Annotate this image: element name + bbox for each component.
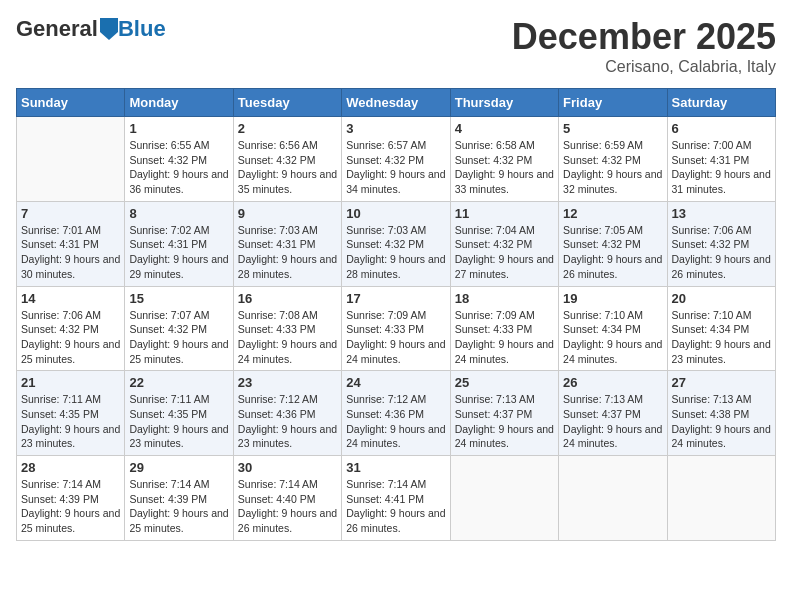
column-header-friday: Friday (559, 89, 667, 117)
calendar-header: SundayMondayTuesdayWednesdayThursdayFrid… (17, 89, 776, 117)
svg-marker-0 (100, 18, 118, 40)
day-number: 30 (238, 460, 337, 475)
day-info: Sunrise: 7:10 AMSunset: 4:34 PMDaylight:… (672, 308, 771, 367)
day-number: 28 (21, 460, 120, 475)
day-number: 4 (455, 121, 554, 136)
column-header-wednesday: Wednesday (342, 89, 450, 117)
calendar-cell: 10Sunrise: 7:03 AMSunset: 4:32 PMDayligh… (342, 201, 450, 286)
column-header-thursday: Thursday (450, 89, 558, 117)
calendar-cell: 23Sunrise: 7:12 AMSunset: 4:36 PMDayligh… (233, 371, 341, 456)
calendar-cell: 27Sunrise: 7:13 AMSunset: 4:38 PMDayligh… (667, 371, 775, 456)
day-info: Sunrise: 7:06 AMSunset: 4:32 PMDaylight:… (672, 223, 771, 282)
day-number: 25 (455, 375, 554, 390)
header-row: SundayMondayTuesdayWednesdayThursdayFrid… (17, 89, 776, 117)
day-info: Sunrise: 7:12 AMSunset: 4:36 PMDaylight:… (238, 392, 337, 451)
day-info: Sunrise: 7:07 AMSunset: 4:32 PMDaylight:… (129, 308, 228, 367)
calendar-cell: 16Sunrise: 7:08 AMSunset: 4:33 PMDayligh… (233, 286, 341, 371)
day-info: Sunrise: 7:13 AMSunset: 4:38 PMDaylight:… (672, 392, 771, 451)
day-info: Sunrise: 6:57 AMSunset: 4:32 PMDaylight:… (346, 138, 445, 197)
logo-icon (100, 18, 118, 40)
calendar-week-row: 14Sunrise: 7:06 AMSunset: 4:32 PMDayligh… (17, 286, 776, 371)
day-info: Sunrise: 6:59 AMSunset: 4:32 PMDaylight:… (563, 138, 662, 197)
day-info: Sunrise: 7:04 AMSunset: 4:32 PMDaylight:… (455, 223, 554, 282)
calendar-cell: 5Sunrise: 6:59 AMSunset: 4:32 PMDaylight… (559, 117, 667, 202)
day-number: 22 (129, 375, 228, 390)
day-number: 18 (455, 291, 554, 306)
calendar-cell: 26Sunrise: 7:13 AMSunset: 4:37 PMDayligh… (559, 371, 667, 456)
logo-general-text: General (16, 16, 98, 42)
calendar-cell: 6Sunrise: 7:00 AMSunset: 4:31 PMDaylight… (667, 117, 775, 202)
calendar-cell: 29Sunrise: 7:14 AMSunset: 4:39 PMDayligh… (125, 456, 233, 541)
day-number: 8 (129, 206, 228, 221)
day-info: Sunrise: 6:56 AMSunset: 4:32 PMDaylight:… (238, 138, 337, 197)
day-info: Sunrise: 7:14 AMSunset: 4:39 PMDaylight:… (129, 477, 228, 536)
day-info: Sunrise: 7:03 AMSunset: 4:32 PMDaylight:… (346, 223, 445, 282)
calendar-cell: 9Sunrise: 7:03 AMSunset: 4:31 PMDaylight… (233, 201, 341, 286)
day-info: Sunrise: 7:14 AMSunset: 4:41 PMDaylight:… (346, 477, 445, 536)
day-number: 11 (455, 206, 554, 221)
calendar-cell: 30Sunrise: 7:14 AMSunset: 4:40 PMDayligh… (233, 456, 341, 541)
day-info: Sunrise: 6:55 AMSunset: 4:32 PMDaylight:… (129, 138, 228, 197)
calendar-cell: 28Sunrise: 7:14 AMSunset: 4:39 PMDayligh… (17, 456, 125, 541)
calendar-cell (667, 456, 775, 541)
calendar-cell: 24Sunrise: 7:12 AMSunset: 4:36 PMDayligh… (342, 371, 450, 456)
day-number: 10 (346, 206, 445, 221)
day-number: 31 (346, 460, 445, 475)
day-info: Sunrise: 7:13 AMSunset: 4:37 PMDaylight:… (455, 392, 554, 451)
calendar-week-row: 21Sunrise: 7:11 AMSunset: 4:35 PMDayligh… (17, 371, 776, 456)
column-header-saturday: Saturday (667, 89, 775, 117)
calendar-cell: 17Sunrise: 7:09 AMSunset: 4:33 PMDayligh… (342, 286, 450, 371)
calendar-cell: 15Sunrise: 7:07 AMSunset: 4:32 PMDayligh… (125, 286, 233, 371)
day-number: 16 (238, 291, 337, 306)
day-number: 23 (238, 375, 337, 390)
calendar-week-row: 1Sunrise: 6:55 AMSunset: 4:32 PMDaylight… (17, 117, 776, 202)
day-number: 14 (21, 291, 120, 306)
calendar-table: SundayMondayTuesdayWednesdayThursdayFrid… (16, 88, 776, 541)
day-number: 1 (129, 121, 228, 136)
day-info: Sunrise: 7:10 AMSunset: 4:34 PMDaylight:… (563, 308, 662, 367)
day-info: Sunrise: 7:09 AMSunset: 4:33 PMDaylight:… (455, 308, 554, 367)
calendar-cell (559, 456, 667, 541)
calendar-cell (450, 456, 558, 541)
calendar-cell: 31Sunrise: 7:14 AMSunset: 4:41 PMDayligh… (342, 456, 450, 541)
day-number: 21 (21, 375, 120, 390)
calendar-cell (17, 117, 125, 202)
day-number: 3 (346, 121, 445, 136)
location: Cerisano, Calabria, Italy (512, 58, 776, 76)
day-info: Sunrise: 7:13 AMSunset: 4:37 PMDaylight:… (563, 392, 662, 451)
logo-blue-text: Blue (118, 16, 166, 42)
day-number: 26 (563, 375, 662, 390)
day-info: Sunrise: 7:08 AMSunset: 4:33 PMDaylight:… (238, 308, 337, 367)
day-info: Sunrise: 7:11 AMSunset: 4:35 PMDaylight:… (21, 392, 120, 451)
day-number: 24 (346, 375, 445, 390)
day-info: Sunrise: 7:05 AMSunset: 4:32 PMDaylight:… (563, 223, 662, 282)
calendar-cell: 11Sunrise: 7:04 AMSunset: 4:32 PMDayligh… (450, 201, 558, 286)
calendar-cell: 21Sunrise: 7:11 AMSunset: 4:35 PMDayligh… (17, 371, 125, 456)
day-info: Sunrise: 6:58 AMSunset: 4:32 PMDaylight:… (455, 138, 554, 197)
calendar-cell: 1Sunrise: 6:55 AMSunset: 4:32 PMDaylight… (125, 117, 233, 202)
calendar-cell: 19Sunrise: 7:10 AMSunset: 4:34 PMDayligh… (559, 286, 667, 371)
day-info: Sunrise: 7:03 AMSunset: 4:31 PMDaylight:… (238, 223, 337, 282)
day-number: 7 (21, 206, 120, 221)
day-number: 13 (672, 206, 771, 221)
day-number: 27 (672, 375, 771, 390)
day-number: 2 (238, 121, 337, 136)
column-header-tuesday: Tuesday (233, 89, 341, 117)
day-info: Sunrise: 7:14 AMSunset: 4:40 PMDaylight:… (238, 477, 337, 536)
month-title: December 2025 (512, 16, 776, 58)
calendar-cell: 14Sunrise: 7:06 AMSunset: 4:32 PMDayligh… (17, 286, 125, 371)
calendar-week-row: 7Sunrise: 7:01 AMSunset: 4:31 PMDaylight… (17, 201, 776, 286)
day-number: 5 (563, 121, 662, 136)
calendar-cell: 3Sunrise: 6:57 AMSunset: 4:32 PMDaylight… (342, 117, 450, 202)
day-info: Sunrise: 7:11 AMSunset: 4:35 PMDaylight:… (129, 392, 228, 451)
day-number: 9 (238, 206, 337, 221)
day-info: Sunrise: 7:02 AMSunset: 4:31 PMDaylight:… (129, 223, 228, 282)
day-info: Sunrise: 7:06 AMSunset: 4:32 PMDaylight:… (21, 308, 120, 367)
calendar-cell: 18Sunrise: 7:09 AMSunset: 4:33 PMDayligh… (450, 286, 558, 371)
calendar-cell: 4Sunrise: 6:58 AMSunset: 4:32 PMDaylight… (450, 117, 558, 202)
calendar-cell: 13Sunrise: 7:06 AMSunset: 4:32 PMDayligh… (667, 201, 775, 286)
day-info: Sunrise: 7:00 AMSunset: 4:31 PMDaylight:… (672, 138, 771, 197)
calendar-body: 1Sunrise: 6:55 AMSunset: 4:32 PMDaylight… (17, 117, 776, 541)
calendar-cell: 8Sunrise: 7:02 AMSunset: 4:31 PMDaylight… (125, 201, 233, 286)
day-number: 20 (672, 291, 771, 306)
